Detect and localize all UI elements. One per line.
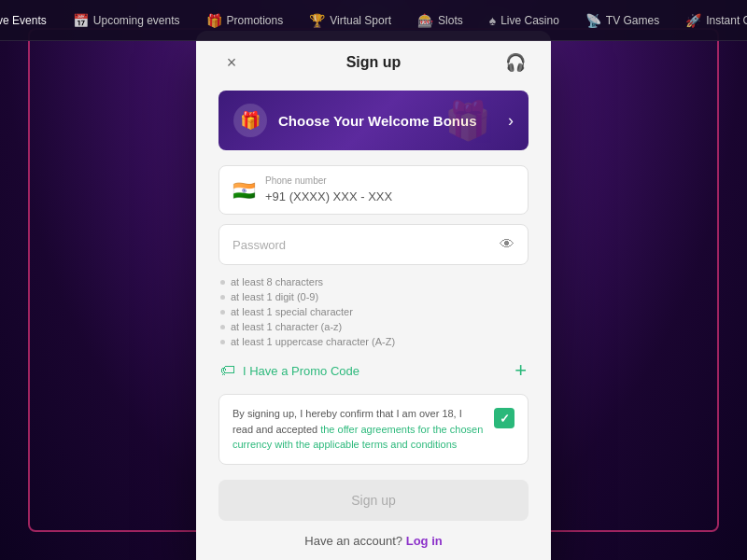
phone-label: Phone number [265,175,514,186]
login-link[interactable]: Log in [406,534,443,548]
terms-box: By signing up, I hereby confirm that I a… [218,394,529,465]
req-item-lowercase: at least 1 character (a-z) [220,321,527,332]
have-account-text: Have an account? [304,534,402,548]
main-content: × Sign up 🎧 🎁 Choose Your Welcome Bonus … [0,41,747,560]
bonus-chevron-icon: › [508,111,514,131]
req-text-digit: at least 1 digit (0-9) [231,291,318,302]
welcome-bonus-banner[interactable]: 🎁 Choose Your Welcome Bonus 🎁 › [218,91,529,150]
navbar: 📺 Live Events 📅 Upcoming events 🎁 Promot… [0,0,747,41]
nav-label-upcoming-events: Upcoming events [93,14,180,27]
nav-label-tv-games: TV Games [606,14,659,27]
live-casino-icon: ♠ [489,13,496,28]
req-text-lowercase: at least 1 character (a-z) [231,321,342,332]
headset-icon: 🎧 [505,52,526,73]
nav-item-live-events[interactable]: 📺 Live Events [0,0,60,40]
nav-label-live-events: Live Events [0,14,47,27]
req-bullet [220,310,225,315]
modal-header: × Sign up 🎧 [218,49,529,76]
close-button[interactable]: × [218,49,245,76]
nav-label-instant-games: Instant Games [706,14,747,27]
req-bullet [220,325,225,329]
password-field[interactable]: Password 👁 [218,224,529,265]
terms-checkbox[interactable]: ✓ [494,408,514,428]
nav-item-virtual-sport[interactable]: 🏆 Virtual Sport [296,0,404,40]
nav-item-live-casino[interactable]: ♠ Live Casino [476,0,572,40]
virtual-sport-icon: 🏆 [309,13,325,28]
slots-icon: 🎰 [417,13,433,28]
promo-plus-icon[interactable]: + [514,360,527,381]
tv-games-icon: 📡 [585,13,601,28]
nav-item-promotions[interactable]: 🎁 Promotions [193,0,297,40]
password-requirements: at least 8 characters at least 1 digit (… [218,276,529,347]
nav-item-slots[interactable]: 🎰 Slots [404,0,476,40]
bonus-banner-left: 🎁 Choose Your Welcome Bonus [233,104,477,137]
checkmark-icon: ✓ [500,412,510,426]
promo-tag-icon: 🏷 [220,362,235,379]
nav-label-live-casino: Live Casino [500,14,559,27]
password-label: Password [233,238,286,252]
req-item-length: at least 8 characters [220,276,527,287]
have-account-row: Have an account? Log in [218,534,529,548]
phone-input-wrap: Phone number +91 (XXXX) XXX - XXX [265,175,514,204]
bonus-gift-icon: 🎁 [233,104,267,137]
req-bullet [220,295,225,300]
req-item-uppercase: at least 1 uppercase character (A-Z) [220,336,527,347]
india-flag-icon: 🇮🇳 [233,181,256,200]
req-text-uppercase: at least 1 uppercase character (A-Z) [231,336,395,347]
promo-left[interactable]: 🏷 I Have a Promo Code [220,362,359,379]
req-text-length: at least 8 characters [231,276,323,287]
eye-icon[interactable]: 👁 [500,236,514,253]
nav-label-promotions: Promotions [227,14,284,27]
promo-label: I Have a Promo Code [243,364,359,378]
req-bullet [220,340,225,344]
nav-item-tv-games[interactable]: 📡 TV Games [572,0,672,40]
bonus-bg-pattern: 🎁 [444,99,491,143]
nav-label-slots: Slots [438,14,463,27]
promo-code-row[interactable]: 🏷 I Have a Promo Code + [218,360,529,381]
help-button[interactable]: 🎧 [502,49,529,76]
req-bullet [220,280,225,285]
nav-item-instant-games[interactable]: 🚀 Instant Games [672,0,747,40]
signup-modal: × Sign up 🎧 🎁 Choose Your Welcome Bonus … [196,31,551,560]
nav-label-virtual-sport: Virtual Sport [330,14,391,27]
req-item-digit: at least 1 digit (0-9) [220,291,527,302]
nav-item-upcoming-events[interactable]: 📅 Upcoming events [60,0,193,40]
phone-field[interactable]: 🇮🇳 Phone number +91 (XXXX) XXX - XXX [218,165,529,215]
req-text-special: at least 1 special character [231,306,353,317]
modal-title: Sign up [346,54,402,71]
signup-button[interactable]: Sign up [218,480,529,521]
promotions-icon: 🎁 [206,13,222,28]
instant-games-icon: 🚀 [685,13,701,28]
upcoming-events-icon: 📅 [73,13,89,28]
phone-placeholder: +91 (XXXX) XXX - XXX [265,189,392,203]
req-item-special: at least 1 special character [220,306,527,317]
terms-text: By signing up, I hereby confirm that I a… [233,406,485,453]
